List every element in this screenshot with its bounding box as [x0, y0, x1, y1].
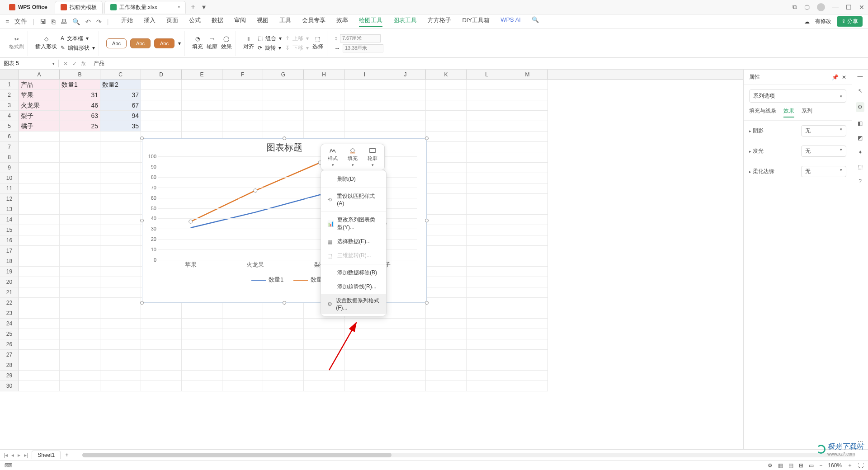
cell-M19[interactable]: [507, 267, 548, 277]
softedge-select[interactable]: 无▾: [801, 166, 846, 177]
cell-K9[interactable]: [426, 163, 467, 173]
cell-B12[interactable]: [60, 194, 100, 204]
rowhead-24[interactable]: 24: [0, 319, 19, 329]
tab-drawtool[interactable]: 绘图工具: [359, 16, 382, 27]
colhead-A[interactable]: A: [19, 70, 60, 79]
cell-A2[interactable]: 苹果: [19, 90, 60, 100]
cell-M13[interactable]: [507, 204, 548, 215]
cell-I5[interactable]: [344, 121, 385, 132]
cell-L15[interactable]: [467, 225, 507, 235]
pip-icon[interactable]: ⧉: [793, 3, 797, 11]
cell-K29[interactable]: [426, 371, 467, 381]
cell-F23[interactable]: [222, 308, 263, 319]
cell-B21[interactable]: [60, 287, 100, 298]
panel-tab-fill[interactable]: 填充与线条: [749, 107, 776, 118]
align-button[interactable]: ⫴对齐: [243, 36, 254, 51]
cell-B19[interactable]: [60, 267, 100, 277]
ctx-change-type[interactable]: 📊更改系列图表类型(Y)...: [321, 213, 386, 235]
cell-B13[interactable]: [60, 204, 100, 215]
cell-B11[interactable]: [60, 183, 100, 194]
mini-fill-button[interactable]: 填充▾: [344, 146, 362, 168]
cell-C18[interactable]: [100, 256, 141, 267]
effect-button[interactable]: ◯效果: [221, 36, 232, 51]
cell-M24[interactable]: [507, 319, 548, 329]
sheet-nav-next[interactable]: ▸: [18, 452, 20, 458]
cell-B29[interactable]: [60, 371, 100, 381]
tab-review[interactable]: 审阅: [234, 16, 246, 27]
cell-A30[interactable]: [19, 381, 60, 391]
fullscreen-icon[interactable]: ⛶: [858, 462, 863, 469]
cancel-fx-icon[interactable]: ✕: [63, 61, 68, 67]
cell-I4[interactable]: [344, 111, 385, 121]
cell-A5[interactable]: 橘子: [19, 121, 60, 132]
cell-M12[interactable]: [507, 194, 548, 204]
cell-L10[interactable]: [467, 173, 507, 183]
maximize-button[interactable]: ☐: [846, 4, 852, 11]
cell-K22[interactable]: [426, 298, 467, 308]
cell-F3[interactable]: [222, 100, 263, 111]
tab-page[interactable]: 页面: [166, 16, 178, 27]
cell-C11[interactable]: [100, 183, 141, 194]
cell-M3[interactable]: [507, 100, 548, 111]
cell-J26[interactable]: [385, 339, 426, 350]
tab-tool[interactable]: 工具: [279, 16, 291, 27]
cell-K2[interactable]: [426, 90, 467, 100]
cell-C30[interactable]: [100, 381, 141, 391]
cell-A7[interactable]: [19, 142, 60, 152]
rowhead-12[interactable]: 12: [0, 194, 19, 204]
rowhead-29[interactable]: 29: [0, 371, 19, 381]
cell-A26[interactable]: [19, 339, 60, 350]
cell-B23[interactable]: [60, 308, 100, 319]
cell-M23[interactable]: [507, 308, 548, 319]
sheet-nav-last[interactable]: ▸|: [24, 452, 28, 458]
cell-F4[interactable]: [222, 111, 263, 121]
rowhead-15[interactable]: 15: [0, 225, 19, 235]
rowhead-6[interactable]: 6: [0, 132, 19, 142]
panel-close-icon[interactable]: ✕: [842, 74, 846, 80]
cell-C3[interactable]: 67: [100, 100, 141, 111]
cell-E26[interactable]: [182, 339, 222, 350]
colhead-F[interactable]: F: [222, 70, 263, 79]
cell-E28[interactable]: [182, 360, 222, 371]
cell-C6[interactable]: [100, 132, 141, 142]
rowhead-25[interactable]: 25: [0, 329, 19, 339]
status-settings-icon[interactable]: ⚙: [768, 462, 773, 469]
cell-D30[interactable]: [141, 381, 182, 391]
insert-shape-button[interactable]: ◇插入形状: [35, 36, 57, 51]
cell-B1[interactable]: 数量1: [60, 80, 100, 90]
textbox-button[interactable]: A 文本框 ▾: [61, 35, 95, 42]
cell-E30[interactable]: [182, 381, 222, 391]
print-icon[interactable]: 🖶: [61, 18, 67, 25]
cell-A3[interactable]: 火龙果: [19, 100, 60, 111]
resize-handle[interactable]: [425, 301, 429, 305]
cell-M15[interactable]: [507, 225, 548, 235]
cell-B3[interactable]: 46: [60, 100, 100, 111]
cell-E29[interactable]: [182, 371, 222, 381]
cell-K30[interactable]: [426, 381, 467, 391]
menu-icon[interactable]: ≡: [5, 18, 9, 25]
cell-M29[interactable]: [507, 371, 548, 381]
cell-M14[interactable]: [507, 215, 548, 225]
cell-E24[interactable]: [182, 319, 222, 329]
cell-K17[interactable]: [426, 246, 467, 256]
edit-shape-button[interactable]: ✎ 编辑形状 ▾: [61, 44, 95, 52]
rowhead-30[interactable]: 30: [0, 381, 19, 391]
cell-H1[interactable]: [304, 80, 344, 90]
cell-I3[interactable]: [344, 100, 385, 111]
tab-data[interactable]: 数据: [212, 16, 223, 27]
cell-C4[interactable]: 94: [100, 111, 141, 121]
cell-M11[interactable]: [507, 183, 548, 194]
cell-A1[interactable]: 产品: [19, 80, 60, 90]
cell-M25[interactable]: [507, 329, 548, 339]
cell-A14[interactable]: [19, 215, 60, 225]
colhead-G[interactable]: G: [263, 70, 304, 79]
cell-G3[interactable]: [263, 100, 304, 111]
cell-J29[interactable]: [385, 371, 426, 381]
cell-L23[interactable]: [467, 308, 507, 319]
cell-B2[interactable]: 31: [60, 90, 100, 100]
cell-E2[interactable]: [182, 90, 222, 100]
fill-button[interactable]: ◔填充: [192, 36, 203, 51]
cell-A16[interactable]: [19, 235, 60, 246]
cell-D2[interactable]: [141, 90, 182, 100]
cell-F1[interactable]: [222, 80, 263, 90]
